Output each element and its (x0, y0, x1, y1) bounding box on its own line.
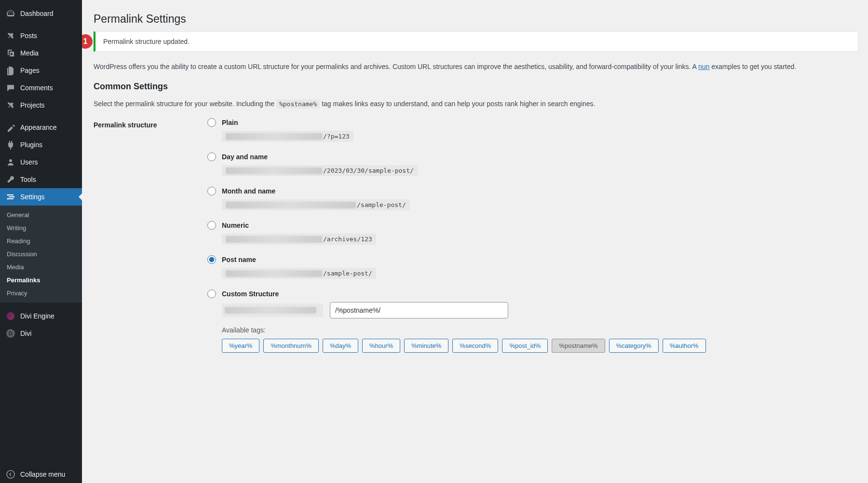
sidebar-item-tools[interactable]: Tools (0, 171, 82, 188)
sidebar-item-media[interactable]: Media (0, 44, 82, 62)
submenu-reading[interactable]: Reading (0, 235, 82, 248)
example-postname: /sample-post/ (222, 268, 858, 279)
sidebar-item-projects[interactable]: Projects (0, 97, 82, 114)
tag-year[interactable]: %year% (222, 339, 259, 353)
collapse-menu-button[interactable]: Collapse menu (0, 466, 82, 483)
divi-icon: D (6, 329, 15, 338)
svg-point-3 (7, 198, 9, 200)
sidebar-item-plugins[interactable]: Plugins (0, 136, 82, 153)
svg-point-4 (7, 470, 14, 478)
tag-category[interactable]: %category% (609, 339, 659, 353)
notice-text: Permalink structure updated. (103, 38, 190, 45)
postname-code: %postname% (276, 99, 320, 109)
svg-point-2 (13, 196, 14, 198)
permalink-structure-row: Permalink structure Plain /?p=123 Day an… (94, 118, 858, 363)
example-numeric: /archives/123 (222, 234, 858, 245)
sidebar-item-label: Pages (20, 67, 40, 74)
permalink-structure-options: Plain /?p=123 Day and name /2023/03/30/s… (207, 118, 858, 363)
radio-numeric-input[interactable] (207, 221, 216, 230)
sidebar-item-label: Dashboard (20, 10, 54, 17)
tag-postid[interactable]: %post_id% (502, 339, 548, 353)
sidebar-item-label: Divi Engine (20, 312, 54, 320)
appearance-icon (6, 123, 15, 132)
radio-post-name-input[interactable] (207, 255, 216, 264)
submenu-media[interactable]: Media (0, 261, 82, 274)
sidebar-item-label: Comments (20, 84, 53, 92)
submenu-privacy[interactable]: Privacy (0, 287, 82, 300)
sidebar-item-comments[interactable]: Comments (0, 79, 82, 97)
sidebar-item-label: Projects (20, 101, 45, 109)
submenu-writing[interactable]: Writing (0, 221, 82, 235)
radio-month-name[interactable]: Month and name (207, 187, 858, 195)
sidebar-item-label: Tools (20, 176, 36, 183)
submenu-general[interactable]: General (0, 208, 82, 221)
sidebar-item-settings[interactable]: Settings (0, 188, 82, 206)
radio-plain[interactable]: Plain (207, 118, 858, 127)
settings-submenu: General Writing Reading Discussion Media… (0, 206, 82, 303)
permalink-structure-label: Permalink structure (94, 118, 207, 129)
divi-engine-icon (6, 311, 15, 321)
plugins-icon (6, 140, 15, 150)
radio-plain-input[interactable] (207, 118, 216, 127)
pin-icon (6, 31, 15, 41)
sidebar-item-label: Media (20, 49, 39, 57)
option-custom: Custom Structure Available tags: %year% … (207, 290, 858, 353)
radio-month-name-input[interactable] (207, 187, 216, 195)
chevron-left-icon (6, 469, 15, 479)
example-day: /2023/03/30/sample-post/ (222, 165, 858, 176)
option-day-name: Day and name /2023/03/30/sample-post/ (207, 152, 858, 176)
intro-text: WordPress offers you the ability to crea… (94, 61, 858, 72)
submenu-discussion[interactable]: Discussion (0, 248, 82, 261)
tag-postname[interactable]: %postname% (552, 339, 605, 353)
radio-post-name[interactable]: Post name (207, 255, 858, 264)
tag-minute[interactable]: %minute% (404, 339, 448, 353)
example-month: /sample-post/ (222, 199, 858, 210)
sidebar-item-label: Appearance (20, 124, 57, 131)
users-icon (6, 157, 15, 167)
success-notice: 1 Permalink structure updated. (94, 31, 858, 52)
radio-custom[interactable]: Custom Structure (207, 290, 858, 298)
tag-hour[interactable]: %hour% (362, 339, 400, 353)
admin-sidebar: Dashboard Posts Media Pages Commen (0, 0, 82, 483)
radio-day-name-input[interactable] (207, 152, 216, 161)
sidebar-item-pages[interactable]: Pages (0, 62, 82, 79)
custom-base-url (222, 304, 323, 317)
option-label: Day and name (222, 153, 268, 161)
annotation-marker-1: 1 (82, 34, 93, 49)
submenu-permalinks[interactable]: Permalinks (0, 274, 82, 287)
sidebar-item-divi-engine[interactable]: Divi Engine (0, 307, 82, 325)
option-month-name: Month and name /sample-post/ (207, 187, 858, 210)
sidebar-item-label: Settings (20, 193, 45, 201)
option-plain: Plain /?p=123 (207, 118, 858, 142)
sidebar-item-appearance[interactable]: Appearance (0, 119, 82, 136)
sidebar-item-label: Users (20, 158, 38, 166)
content-area: Permalink Settings 1 Permalink structure… (82, 0, 868, 483)
option-label: Numeric (222, 221, 249, 229)
intro-link[interactable]: nun (698, 63, 709, 70)
sidebar-item-divi[interactable]: D Divi (0, 325, 82, 342)
tag-author[interactable]: %author% (663, 339, 706, 353)
tag-day[interactable]: %day% (323, 339, 358, 353)
option-label: Custom Structure (222, 290, 279, 298)
option-label: Month and name (222, 187, 275, 195)
settings-icon (6, 192, 15, 202)
pages-icon (6, 66, 15, 75)
custom-structure-input[interactable] (330, 302, 508, 318)
example-plain: /?p=123 (222, 131, 858, 142)
tag-second[interactable]: %second% (452, 339, 498, 353)
comments-icon (6, 83, 15, 93)
app-root: Dashboard Posts Media Pages Commen (0, 0, 868, 483)
svg-point-1 (7, 194, 9, 196)
sidebar-item-dashboard[interactable]: Dashboard (0, 5, 82, 22)
tag-monthnum[interactable]: %monthnum% (263, 339, 319, 353)
media-icon (6, 48, 15, 58)
available-tags-label: Available tags: (222, 326, 858, 334)
radio-numeric[interactable]: Numeric (207, 221, 858, 230)
radio-custom-input[interactable] (207, 290, 216, 298)
sidebar-item-posts[interactable]: Posts (0, 27, 82, 44)
option-numeric: Numeric /archives/123 (207, 221, 858, 245)
sidebar-item-label: Posts (20, 32, 37, 40)
pin-icon (6, 100, 15, 110)
sidebar-item-users[interactable]: Users (0, 153, 82, 171)
radio-day-name[interactable]: Day and name (207, 152, 858, 161)
